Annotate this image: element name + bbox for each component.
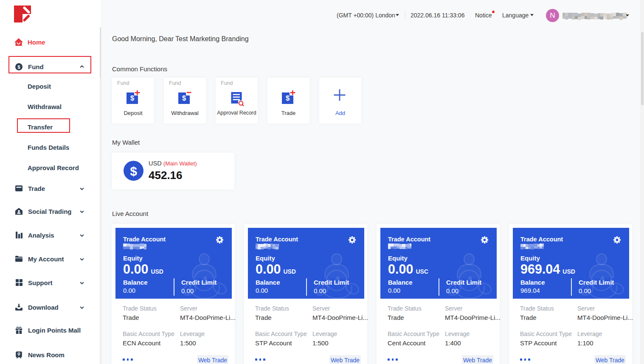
svg-text:4: 4 [466,274,473,288]
svg-text:$: $ [130,94,134,102]
svg-text:4: 4 [598,274,605,288]
svg-text:4: 4 [201,274,208,288]
svg-text:$: $ [285,94,289,102]
svg-text:$: $ [182,94,186,102]
svg-text:$: $ [17,64,20,69]
svg-text:4: 4 [333,274,340,288]
svg-text:$: $ [130,164,137,178]
